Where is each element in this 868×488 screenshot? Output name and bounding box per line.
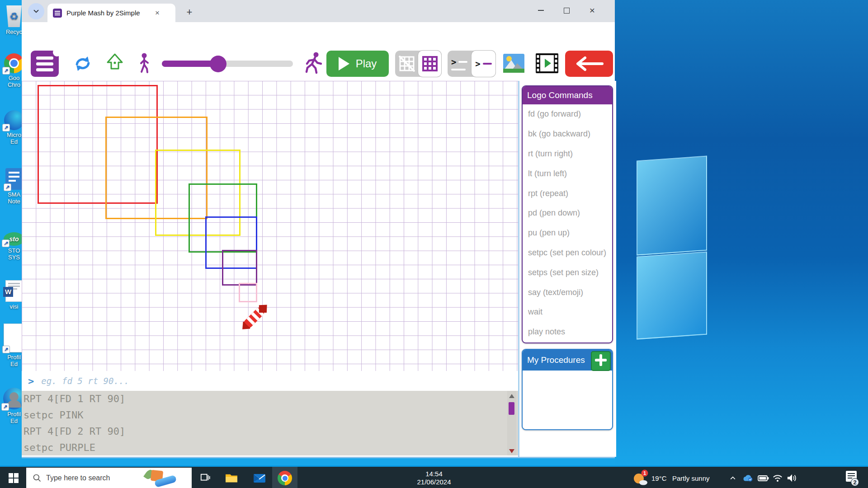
scrollbar-thumb[interactable] [509, 402, 514, 415]
shortcut-arrow-icon: ↗ [4, 183, 11, 191]
command-fd[interactable]: fd (go forward) [523, 104, 612, 124]
notification-center-button[interactable]: 2 [842, 467, 862, 488]
battery-tray-icon[interactable] [756, 467, 770, 488]
command-pd[interactable]: pd (pen down) [523, 203, 612, 223]
chrome-icon: ↗ [4, 53, 24, 73]
code-scrollbar[interactable] [507, 391, 516, 455]
restart-button[interactable] [72, 53, 93, 76]
logo-commands-header: Logo Commands [523, 86, 612, 104]
chevron-down-icon [32, 7, 40, 15]
command-bk[interactable]: bk (go backward) [523, 124, 612, 144]
grid-off-button[interactable] [395, 51, 418, 77]
console-list-button[interactable]: > [448, 51, 472, 77]
weather-badge: 1 [643, 470, 646, 476]
command-setpc[interactable]: setpc (set pen colour) [523, 243, 612, 263]
weather-icon: 1 [632, 469, 649, 487]
tab-purple-mash[interactable]: Purple Mash by 2Simple × [47, 4, 175, 22]
up-arrow-icon [106, 52, 124, 70]
console-prompt-button[interactable]: > [472, 51, 495, 77]
add-procedure-button[interactable] [591, 351, 611, 371]
shortcut-arrow-icon: ↗ [2, 124, 10, 131]
command-play-notes[interactable]: play notes [523, 322, 612, 342]
notification-icon: 2 [844, 469, 859, 487]
task-view-icon [200, 473, 211, 483]
shortcut-arrow-icon: ↗ [2, 239, 9, 247]
turtle-sprite[interactable] [236, 299, 273, 335]
browser-window: Purple Mash by 2Simple × + × [22, 0, 615, 458]
window-minimize-button[interactable] [532, 3, 550, 18]
command-lt[interactable]: lt (turn left) [523, 164, 612, 183]
console-toggle-group: > > [448, 51, 495, 77]
grid-on-button[interactable] [418, 51, 441, 77]
mail-icon [253, 473, 266, 483]
window-maximize-button[interactable] [557, 3, 576, 18]
recycle-bin-icon: ♻ [5, 5, 23, 27]
notification-badge: 2 [853, 479, 856, 486]
speed-slider-thumb[interactable] [210, 56, 226, 72]
desktop-screen: ♻ Recyc ↗ Goo Chro ↗ Micro Ed ↗ SMA Note… [0, 0, 868, 488]
menu-notch [53, 48, 61, 56]
my-procedures-panel: My Procedures [522, 349, 613, 430]
wallpaper-pane [637, 252, 707, 340]
left-arrow-icon [574, 56, 604, 71]
turtle-canvas[interactable] [22, 81, 518, 372]
taskbar-search[interactable]: Type here to search [26, 468, 192, 488]
command-input[interactable]: > eg. fd 5 rt 90... [22, 371, 518, 391]
play-label: Play [356, 57, 377, 70]
background-image-button[interactable] [503, 54, 524, 75]
grid-off-icon [399, 56, 415, 72]
logo-commands-panel: Logo Commands fd (go forward) bk (go bac… [522, 85, 613, 343]
tray-expand-button[interactable] [726, 467, 740, 488]
purple-mash-favicon [53, 9, 62, 18]
command-pu[interactable]: pu (pen up) [523, 223, 612, 243]
exit-button[interactable] [565, 51, 613, 77]
prompt-icon: > [28, 375, 34, 387]
shortcut-arrow-icon: ↗ [2, 346, 10, 353]
weather-condition[interactable]: Partly sunny [672, 467, 710, 488]
windows-logo-icon [8, 473, 19, 483]
tab-close-icon[interactable]: × [155, 9, 160, 18]
animation-button[interactable] [535, 53, 559, 75]
app-toolbar: Play > [22, 47, 615, 82]
code-history[interactable]: RPT 4[FD 1 RT 90] setpc PINK RPT 4[FD 2 … [22, 391, 518, 455]
chrome-taskbar-button[interactable] [272, 467, 297, 488]
refresh-icon [72, 53, 93, 74]
command-wait[interactable]: wait [523, 302, 612, 322]
chevron-up-icon [729, 474, 736, 482]
mail-button[interactable] [250, 467, 269, 488]
command-setps[interactable]: setps (set pen size) [523, 263, 612, 282]
wifi-tray-icon[interactable] [770, 467, 785, 488]
file-explorer-button[interactable] [222, 467, 241, 488]
weather-widget[interactable]: 1 [631, 467, 651, 488]
task-view-button[interactable] [195, 467, 215, 488]
picture-icon [503, 54, 524, 73]
wifi-icon [772, 473, 783, 483]
command-rt[interactable]: rt (turn right) [523, 144, 612, 164]
running-person-icon [303, 52, 322, 77]
command-rpt[interactable]: rpt (repeat) [523, 183, 612, 203]
code-line: setpc PURPLE [24, 440, 518, 455]
window-close-button[interactable]: × [583, 3, 601, 18]
edge-icon: ↗ [4, 110, 24, 130]
scroll-down-icon[interactable] [509, 449, 514, 453]
app-menu-button[interactable] [31, 51, 59, 77]
start-button[interactable] [4, 467, 24, 488]
volume-tray-icon[interactable] [785, 467, 799, 488]
wallpaper-pane [637, 156, 707, 256]
grid-toggle-group [395, 51, 441, 77]
tab-search-button[interactable] [28, 3, 44, 19]
shortcut-arrow-icon: ↗ [2, 67, 10, 75]
console-prompt-icon: > [475, 59, 491, 69]
onedrive-tray-icon[interactable] [741, 467, 755, 488]
folder-icon [225, 472, 238, 484]
weather-temp[interactable]: 19°C [651, 467, 667, 488]
film-icon [535, 53, 559, 74]
new-tab-button[interactable]: + [183, 5, 196, 19]
play-button[interactable]: Play [326, 51, 389, 77]
command-say[interactable]: say (text/emoji) [523, 282, 612, 302]
scroll-up-icon[interactable] [509, 394, 514, 398]
direction-up-button[interactable] [106, 52, 124, 72]
cloud-icon [742, 474, 753, 482]
search-placeholder: Type here to search [46, 474, 110, 482]
tab-strip: Purple Mash by 2Simple × + × [22, 0, 615, 22]
